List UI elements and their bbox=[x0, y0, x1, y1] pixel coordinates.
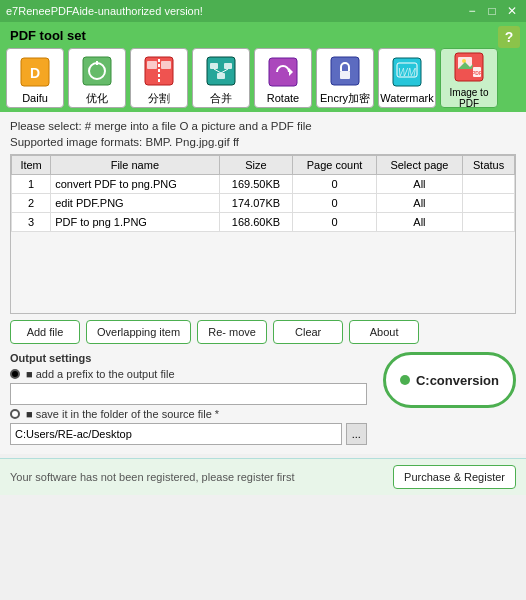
file-table: Item File name Size Page count Select pa… bbox=[11, 155, 515, 232]
svg-text:PDF: PDF bbox=[472, 70, 482, 76]
browse-button[interactable]: ... bbox=[346, 423, 367, 445]
split-label: 分割 bbox=[148, 91, 170, 106]
svg-rect-7 bbox=[147, 61, 157, 69]
main-content: Please select: # merge into a file O a p… bbox=[0, 112, 526, 454]
optimize-label: 优化 bbox=[86, 91, 108, 106]
encrypt-label: Encry加密 bbox=[320, 91, 370, 106]
tool-watermark[interactable]: WM Watermark bbox=[378, 48, 436, 108]
tool-optimize[interactable]: 优化 bbox=[68, 48, 126, 108]
custom-row: ... bbox=[10, 423, 367, 445]
clear-button[interactable]: Clear bbox=[273, 320, 343, 344]
cell-pagecount: 0 bbox=[293, 175, 376, 194]
cell-selectpage: All bbox=[376, 175, 462, 194]
prefix-radio[interactable] bbox=[10, 369, 20, 379]
cell-status bbox=[463, 194, 515, 213]
convert-icon bbox=[400, 375, 410, 385]
cell-status bbox=[463, 175, 515, 194]
watermark-icon: WM bbox=[389, 54, 425, 90]
tool-image-to-pdf[interactable]: PDF Image to PDF bbox=[440, 48, 498, 108]
svg-rect-12 bbox=[217, 73, 225, 79]
convert-button[interactable]: C:conversion bbox=[383, 352, 516, 408]
cell-status bbox=[463, 213, 515, 232]
cell-selectpage: All bbox=[376, 213, 462, 232]
svg-text:D: D bbox=[30, 65, 40, 81]
window-controls: − □ ✕ bbox=[464, 3, 520, 19]
about-button[interactable]: About bbox=[349, 320, 419, 344]
tool-daifu[interactable]: D Daifu bbox=[6, 48, 64, 108]
output-settings: Output settings ■ add a prefix to the ou… bbox=[10, 352, 367, 448]
title-bar: e7ReneePDFAide-unauthorized version! − □… bbox=[0, 0, 526, 22]
table-row[interactable]: 1 convert PDF to png.PNG 169.50KB 0 All bbox=[12, 175, 515, 194]
prefix-input-row bbox=[10, 383, 367, 405]
help-button[interactable]: ? bbox=[498, 26, 520, 48]
toolbar: PDF tool set ? D Daifu 优化 bbox=[0, 22, 526, 112]
app-title: e7ReneePDFAide-unauthorized version! bbox=[6, 5, 203, 17]
prefix-row: ■ add a prefix to the output file bbox=[10, 368, 367, 380]
custom-path-input[interactable] bbox=[10, 423, 342, 445]
col-status: Status bbox=[463, 156, 515, 175]
table-row[interactable]: 2 edit PDF.PNG 174.07KB 0 All bbox=[12, 194, 515, 213]
tool-merge[interactable]: 合并 bbox=[192, 48, 250, 108]
daifu-label: Daifu bbox=[22, 92, 48, 104]
svg-rect-9 bbox=[207, 57, 235, 85]
svg-rect-11 bbox=[224, 63, 232, 69]
split-icon bbox=[141, 53, 177, 89]
minimize-button[interactable]: − bbox=[464, 3, 480, 19]
watermark-label: Watermark bbox=[380, 92, 433, 104]
toolbar-title: PDF tool set bbox=[10, 28, 86, 43]
merge-label: 合并 bbox=[210, 91, 232, 106]
col-pagecount: Page count bbox=[293, 156, 376, 175]
cell-size: 169.50KB bbox=[219, 175, 293, 194]
cell-pagecount: 0 bbox=[293, 213, 376, 232]
overlapping-item-button[interactable]: Overlapping item bbox=[86, 320, 191, 344]
table-row[interactable]: 3 PDF to png 1.PNG 168.60KB 0 All bbox=[12, 213, 515, 232]
supported-formats: Supported image formats: BMP. Png.jpg.gi… bbox=[10, 136, 516, 148]
action-buttons: Add file Overlapping item Re- move Clear… bbox=[10, 320, 516, 344]
output-and-convert: Output settings ■ add a prefix to the ou… bbox=[10, 352, 516, 448]
output-settings-label: Output settings bbox=[10, 352, 367, 364]
cell-item: 3 bbox=[12, 213, 51, 232]
cell-size: 174.07KB bbox=[219, 194, 293, 213]
col-filename: File name bbox=[51, 156, 219, 175]
cell-pagecount: 0 bbox=[293, 194, 376, 213]
tool-split[interactable]: 分割 bbox=[130, 48, 188, 108]
tool-encrypt[interactable]: Encry加密 bbox=[316, 48, 374, 108]
svg-rect-18 bbox=[340, 71, 350, 79]
maximize-button[interactable]: □ bbox=[484, 3, 500, 19]
image-to-pdf-icon: PDF bbox=[451, 49, 487, 85]
svg-rect-10 bbox=[210, 63, 218, 69]
purchase-button[interactable]: Purchase & Register bbox=[393, 465, 516, 489]
col-size: Size bbox=[219, 156, 293, 175]
cell-filename: edit PDF.PNG bbox=[51, 194, 219, 213]
daifu-icon: D bbox=[17, 54, 53, 90]
add-file-button[interactable]: Add file bbox=[10, 320, 80, 344]
register-text: Your software has not been registered, p… bbox=[10, 471, 295, 483]
col-item: Item bbox=[12, 156, 51, 175]
optimize-icon bbox=[79, 53, 115, 89]
remove-button[interactable]: Re- move bbox=[197, 320, 267, 344]
merge-icon bbox=[203, 53, 239, 89]
rotate-label: Rotate bbox=[267, 92, 299, 104]
cell-selectpage: All bbox=[376, 194, 462, 213]
prefix-input[interactable] bbox=[10, 383, 367, 405]
cell-item: 1 bbox=[12, 175, 51, 194]
save-row: ■ save it in the folder of the source fi… bbox=[10, 408, 367, 420]
bottom-bar: Your software has not been registered, p… bbox=[0, 458, 526, 495]
convert-area: C:conversion bbox=[383, 352, 516, 408]
tool-rotate[interactable]: Rotate bbox=[254, 48, 312, 108]
cell-filename: PDF to png 1.PNG bbox=[51, 213, 219, 232]
svg-rect-8 bbox=[161, 61, 171, 69]
cell-item: 2 bbox=[12, 194, 51, 213]
save-radio[interactable] bbox=[10, 409, 20, 419]
close-button[interactable]: ✕ bbox=[504, 3, 520, 19]
save-label: ■ save it in the folder of the source fi… bbox=[26, 408, 219, 420]
encrypt-icon bbox=[327, 53, 363, 89]
convert-label: C:conversion bbox=[416, 373, 499, 388]
rotate-icon bbox=[265, 54, 301, 90]
image-to-pdf-label: Image to PDF bbox=[443, 87, 495, 109]
prefix-label: ■ add a prefix to the output file bbox=[26, 368, 175, 380]
description-text: Please select: # merge into a file O a p… bbox=[10, 118, 516, 134]
cell-size: 168.60KB bbox=[219, 213, 293, 232]
svg-text:WM: WM bbox=[398, 67, 416, 78]
file-table-container: Item File name Size Page count Select pa… bbox=[10, 154, 516, 314]
